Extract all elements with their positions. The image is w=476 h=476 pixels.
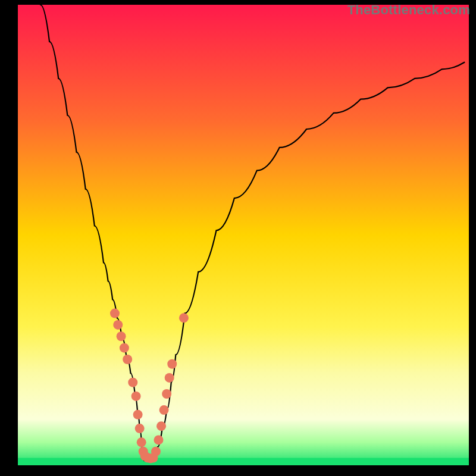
chart-canvas [0, 0, 476, 476]
scatter-point [154, 435, 163, 444]
highlight-band [18, 458, 469, 465]
scatter-point [165, 373, 174, 383]
scatter-point [156, 421, 166, 431]
scatter-point [110, 309, 120, 318]
scatter-point [113, 320, 123, 330]
scatter-point [159, 405, 169, 415]
scatter-point [131, 392, 141, 401]
watermark-text: TheBottleneck.com [347, 2, 470, 18]
scatter-point [135, 424, 145, 433]
bottleneck-chart: TheBottleneck.com [0, 0, 476, 476]
scatter-point [179, 313, 189, 322]
scatter-point [167, 359, 177, 369]
gradient-background [18, 5, 469, 465]
scatter-point [162, 389, 171, 399]
scatter-point [120, 343, 129, 353]
scatter-point [133, 410, 143, 419]
scatter-point [128, 378, 137, 387]
scatter-point [123, 355, 132, 364]
scatter-point [137, 437, 146, 447]
scatter-point [151, 447, 161, 456]
scatter-point [117, 331, 126, 341]
